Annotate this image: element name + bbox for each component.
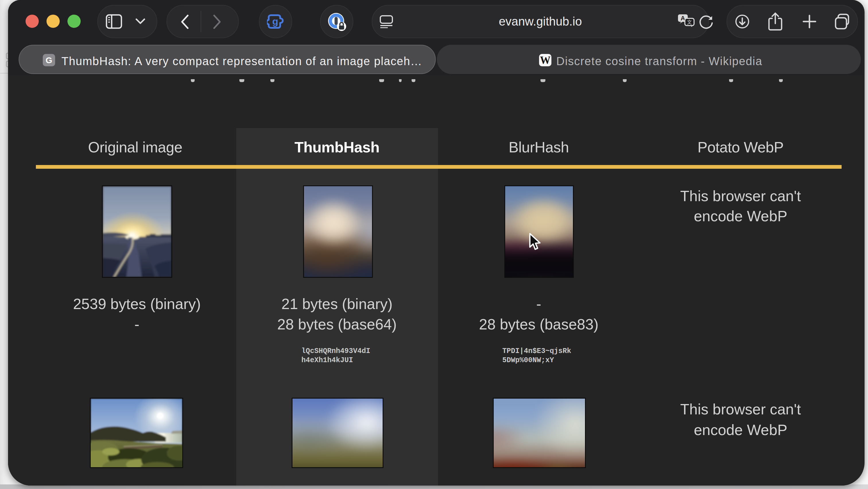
svg-text:文: 文 (687, 19, 692, 25)
svg-text:g: g (272, 16, 278, 27)
